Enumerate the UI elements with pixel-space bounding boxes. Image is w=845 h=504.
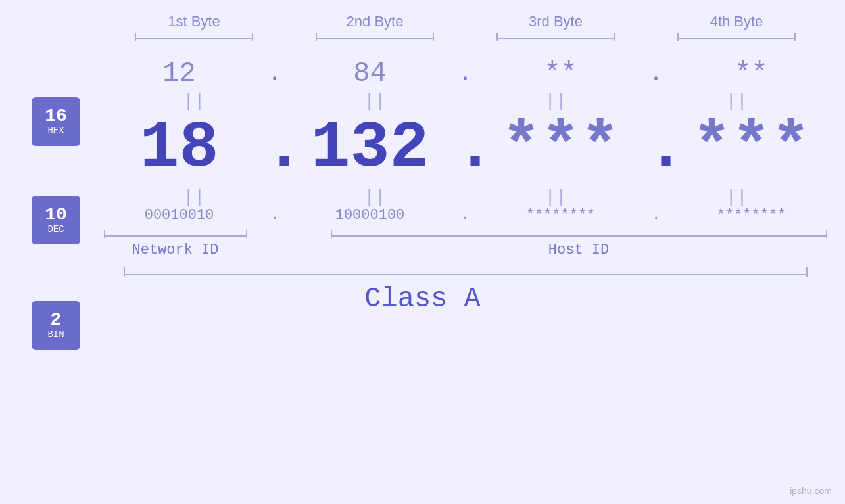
dec-b1: 18 [114,111,245,185]
hex-dot-1: . [265,60,285,87]
dec-dot-3: . [646,111,666,185]
dec-badge-num: 10 [45,206,67,224]
watermark: ipshu.com [790,486,832,496]
dec-dot-1: . [265,111,285,185]
hex-b1: 12 [114,58,245,89]
bin-dot-2: . [456,207,475,223]
bracket-4 [671,33,802,46]
eq-1: || [128,91,260,111]
eq2-2: || [309,187,441,207]
dec-b3: *** [495,111,627,185]
byte-label-1: 1st Byte [128,13,260,30]
bin-b3: ******** [495,207,627,223]
eq2-3: || [490,187,621,207]
host-bracket [331,230,827,238]
equals-row-2: || || || || [104,187,827,207]
eq2-4: || [671,187,802,207]
dec-row: 18 . 132 . *** . *** [104,111,827,185]
dec-b4: *** [686,111,817,185]
bracket-1 [128,33,260,46]
bin-row: 00010010 . 10000100 . ******** . *******… [104,207,827,223]
hex-dot-2: . [456,60,475,87]
hex-badge: 16 HEX [32,97,80,146]
byte-headers: 1st Byte 2nd Byte 3rd Byte 4th Byte [104,13,827,30]
byte-label-3: 3rd Byte [490,13,621,30]
id-labels: Network ID Host ID [104,242,827,258]
bin-badge-label: BIN [47,329,64,340]
dec-b2: 132 [304,111,436,185]
bracket-3 [490,33,621,46]
hex-dot-3: . [646,60,666,87]
eq2-1: || [128,187,260,207]
bin-b1: 00010010 [114,207,245,223]
dec-badge: 10 DEC [32,196,80,244]
bracket-2 [309,33,441,46]
hex-b4: ** [686,58,817,89]
bottom-bracket-container [104,230,827,238]
hex-badge-num: 16 [45,107,67,126]
bin-dot-3: . [646,207,666,223]
class-label: Class A [364,283,480,315]
hex-badge-label: HEX [47,126,64,136]
bin-badge: 2 BIN [32,301,80,350]
equals-row-1: || || || || [104,91,827,111]
eq-4: || [671,91,802,111]
hex-b3: ** [495,58,627,89]
full-bracket [124,267,808,277]
host-id-label: Host ID [331,242,827,258]
dec-dot-2: . [456,111,475,185]
byte-label-2: 2nd Byte [309,13,441,30]
dec-badge-label: DEC [47,224,64,235]
eq-3: || [490,91,621,111]
bin-badge-num: 2 [51,311,62,329]
network-id-label: Network ID [104,242,247,258]
bin-dot-1: . [265,207,285,223]
hex-row: 12 . 84 . ** . ** [104,58,827,89]
network-bracket [104,230,247,238]
bin-b2: 10000100 [304,207,436,223]
bracket-row-top [104,33,827,46]
hex-b2: 84 [304,58,436,89]
byte-label-4: 4th Byte [671,13,802,30]
bin-b4: ******** [686,207,817,223]
eq-2: || [309,91,441,111]
main-container: 1st Byte 2nd Byte 3rd Byte 4th Byte 16 H… [0,0,845,504]
